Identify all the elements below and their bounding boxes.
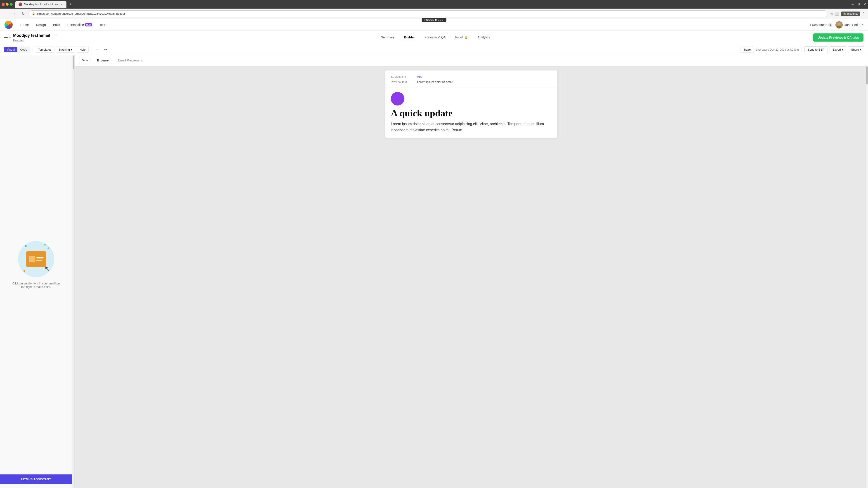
show-tour-button[interactable]: ? Show tour (0, 486, 36, 488)
browser-preview-tab[interactable]: Browser (94, 57, 114, 64)
tracking-chevron-icon: ▾ (71, 48, 72, 51)
win-close-btn[interactable] (2, 3, 4, 6)
dot-3 (24, 270, 25, 272)
templates-button[interactable]: Templates (35, 46, 54, 53)
save-button[interactable]: Save (741, 46, 754, 53)
tracking-button[interactable]: Tracking ▾ (56, 46, 75, 53)
subject-line-label: Subject line (391, 75, 413, 78)
refresh-button[interactable]: ↻ (20, 11, 26, 17)
close-icon[interactable]: ✕ (863, 3, 866, 6)
incognito-icon: 🕵 (843, 12, 846, 15)
personalize-badge: New (85, 23, 92, 26)
left-scroll-thumb[interactable] (73, 56, 74, 69)
right-scroll-thumb[interactable] (866, 66, 868, 85)
left-panel: ↖ Click on an element in your email on t… (0, 55, 72, 488)
preview-body-text: Lorem ipsum dolor sit amet consectetur a… (385, 121, 557, 138)
nav-test[interactable]: Test (96, 22, 108, 28)
eye-dropdown-button[interactable]: 👁 ▾ (79, 57, 90, 64)
undo-button[interactable]: ↩ (93, 46, 101, 53)
visual-view-button[interactable]: Visual (4, 47, 18, 52)
nav-right: ℹ Resources 1 John Smith ▾ (810, 21, 864, 29)
preview-headline: A quick update (385, 103, 557, 121)
litmus-favicon (19, 2, 22, 6)
help-button[interactable]: Help (76, 46, 89, 53)
focus-mode-badge: FOCUS MODE (422, 18, 446, 22)
address-bar-actions: ☆ ⬜ 🕵 Incognito ⋮ (830, 11, 865, 16)
redo-button[interactable]: ↪ (102, 46, 109, 53)
email-title-area: → Moodjoy test Email ··· Unsorted (4, 33, 58, 42)
user-button[interactable]: John Smith ▾ (835, 21, 864, 29)
resources-button[interactable]: ℹ Resources 1 (810, 23, 832, 27)
sub-header-tabs: Summary Builder Previews & QA Proof 🔒 An… (377, 34, 495, 41)
restore-icon[interactable]: ⧉ (857, 3, 860, 6)
give-feedback-button[interactable]: 💬 Give feedback (36, 486, 72, 488)
lock-icon: 🔒 (465, 36, 468, 39)
address-bar[interactable]: 🔒 litmus.com/folders/unsorted_emails/ema… (29, 10, 828, 17)
sub-header: → Moodjoy test Email ··· Unsorted Summar… (0, 31, 868, 44)
email-icon-box (29, 256, 35, 262)
more-options-button[interactable]: ··· (52, 33, 58, 38)
preview-meta: Subject line Add Preview text Lorem ipsu… (385, 70, 557, 88)
tab-previews-qa[interactable]: Previews & QA (420, 34, 450, 41)
illustration-container: ↖ (18, 241, 54, 277)
win-minimize-btn[interactable] (6, 3, 8, 6)
left-scroll-track[interactable] (72, 55, 74, 488)
share-chevron-icon: ▾ (860, 48, 862, 51)
line-1 (36, 257, 43, 258)
right-panel: 👁 ▾ Browser Email Previews Subject line … (74, 55, 868, 488)
litmus-logo[interactable] (4, 21, 13, 29)
user-name: John Smith (844, 23, 860, 27)
code-view-button[interactable]: Code (18, 47, 30, 52)
more-icon[interactable]: ⋮ (862, 12, 865, 16)
sync-esp-button[interactable]: Sync to ESP (804, 46, 828, 53)
panel-bottom: LITMUS ASSISTANT ? Show tour 💬 Give feed… (0, 474, 72, 488)
unsorted-link[interactable]: Unsorted (13, 39, 58, 42)
secure-icon: 🔒 (32, 12, 35, 15)
panel-footer: ? Show tour 💬 Give feedback (0, 484, 72, 488)
tab-summary[interactable]: Summary (377, 34, 399, 41)
tab-proof[interactable]: Proof 🔒 (451, 34, 472, 41)
email-previews-tab[interactable]: Email Previews (114, 57, 147, 64)
url-text: litmus.com/folders/unsorted_emails/email… (37, 12, 825, 15)
dot-4 (48, 248, 49, 249)
subject-line-row: Subject line Add (391, 74, 552, 79)
tab-builder[interactable]: Builder (400, 34, 420, 41)
sidebar-toggle[interactable]: → (4, 34, 11, 41)
eye-icon: 👁 (82, 59, 85, 63)
export-button[interactable]: Export ▾ (830, 46, 846, 53)
main-content: ↖ Click on an element in your email on t… (0, 55, 868, 488)
close-tab-btn[interactable]: ✕ (60, 2, 63, 6)
preview-text-label: Preview text (391, 80, 413, 84)
share-button[interactable]: Share ▾ (848, 46, 864, 53)
back-button[interactable]: ‹ (3, 11, 9, 17)
svg-point-1 (838, 23, 840, 25)
tab-analytics[interactable]: Analytics (473, 34, 495, 41)
app-wrapper: Home Design Build Personalize New Test ℹ… (0, 19, 868, 488)
right-scroll-track[interactable] (865, 66, 868, 488)
nav-personalize[interactable]: Personalize New (64, 22, 95, 28)
litmus-assistant-button[interactable]: LITMUS ASSISTANT (0, 475, 72, 484)
incognito-button[interactable]: 🕵 Incognito (841, 11, 860, 16)
new-tab-button[interactable]: + (67, 1, 74, 7)
email-lines (36, 257, 43, 261)
tablet-icon[interactable]: ⬜ (835, 12, 839, 16)
subject-line-add[interactable]: Add (417, 75, 422, 78)
active-browser-tab[interactable]: Moodjoy test Email > Litmus ✕ (16, 1, 66, 8)
forward-button[interactable]: › (11, 11, 18, 17)
win-maximize-btn[interactable] (10, 3, 13, 6)
nav-design[interactable]: Design (33, 22, 49, 28)
panel-illustration: ↖ Click on an element in your email on t… (11, 241, 61, 289)
view-toggle: Visual Code (4, 46, 30, 53)
line-2 (36, 260, 42, 261)
nav-home[interactable]: Home (17, 22, 32, 28)
nav-build[interactable]: Build (50, 22, 63, 28)
minimize-icon[interactable]: ─ (851, 3, 855, 6)
update-previews-button[interactable]: Update Previews & QA tabs (813, 33, 864, 41)
tab-title: Moodjoy test Email > Litmus (24, 3, 58, 6)
browser-tab-bar: Moodjoy test Email > Litmus ✕ + ─ ⧉ ✕ (0, 0, 868, 8)
toolbar: Visual Code Templates Tracking ▾ Help ↩ … (0, 44, 868, 55)
export-chevron-icon: ▾ (842, 48, 843, 51)
eye-chevron-icon: ▾ (86, 58, 88, 63)
bookmark-icon[interactable]: ☆ (830, 12, 833, 16)
toolbar-right: Save Last saved Dec 20, 2023 at 7:29pm S… (741, 46, 864, 53)
